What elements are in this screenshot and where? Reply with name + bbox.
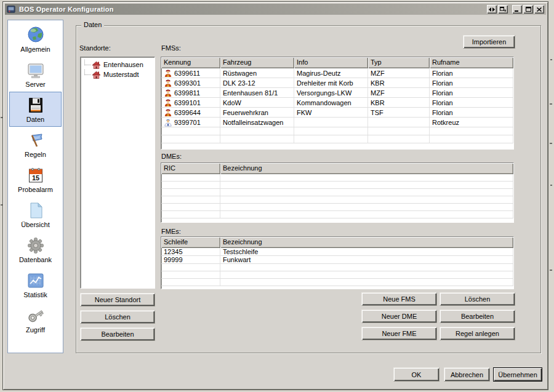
standort-loeschen-button[interactable]: Löschen [80,310,155,324]
background-artifact [550,103,552,105]
cell-text: MZF [371,70,385,77]
cell-text: Kommandowagen [297,99,351,106]
cell-text: Funkwart [223,256,251,263]
table-row[interactable]: 6399611RüstwagenMagirus-DeutzMZFFlorian [161,68,513,78]
table-row-empty [161,196,513,204]
svg-text:15: 15 [31,174,39,182]
sidebar-item-statistik[interactable]: Statistik [9,267,62,302]
regel-anlegen-button[interactable]: Regel anlegen [440,327,515,340]
standorte-tree[interactable]: EntenhausenMusterstadt [80,57,155,289]
sidebar-item-zugriff[interactable]: Zugriff [9,302,62,337]
fme-label: FMEs: [161,228,181,235]
table-cell: 6399644 [161,108,220,117]
floppy-icon [26,95,46,115]
column-header-info[interactable]: Info [294,57,368,68]
column-header-ric[interactable]: RIC [161,163,220,174]
table-cell: TSF [368,108,430,117]
standort-bearbeiten-button[interactable]: Bearbeiten [80,327,155,341]
cell-text: Versorgungs-LKW [297,89,351,97]
tree-connector [84,70,90,75]
sidebar-item-server[interactable]: Server [9,57,62,92]
column-header-kennung[interactable]: Kennung [161,57,220,68]
table-row[interactable]: 12345Testschleife [161,248,513,256]
fme-table[interactable]: SchleifeBezeichnung12345Testschleife9999… [161,236,514,289]
cell-text: Magirus-Deutz [297,70,341,77]
neuer-dme-button[interactable]: Neuer DME [361,310,437,323]
table-cell [220,189,513,196]
table-cell: Florian [430,108,513,117]
table-row-empty [161,264,513,271]
abbrechen-button[interactable]: Abbrechen [444,367,490,382]
table-cell [220,271,513,278]
table-cell: 6399811 [161,88,220,97]
table-cell: Florian [430,98,513,107]
table-cell: Florian [430,78,513,87]
table-row[interactable]: 6399811Entenhausen 81/1Versorgungs-LKWMZ… [161,88,513,98]
sidebar-item-label: Server [25,81,45,88]
table-row-empty [161,211,513,218]
ok-button[interactable]: OK [393,367,440,382]
cell-text: Feuerwehrkran [223,109,268,116]
close-icon[interactable] [534,5,544,14]
minimize-button[interactable] [512,5,522,14]
sidebar-item-daten[interactable]: Daten [9,92,62,127]
table-cell: Rüstwagen [220,68,294,78]
table-cell: FKW [294,108,368,117]
eintrag-loeschen-button[interactable]: Löschen [440,292,515,306]
neue-fms-button[interactable]: Neue FMS [361,292,437,306]
send-window-button[interactable] [498,5,508,14]
sidebar-item-datenbank[interactable]: Datenbank [9,232,62,267]
cell-text: KdoW [223,99,241,106]
importieren-button[interactable]: Importieren [463,35,515,49]
table-cell: Feuerwehrkran [220,108,294,117]
background-artifact [550,185,552,186]
table-row[interactable]: 99999Funkwart [161,256,513,264]
fms-label: FMSs: [161,44,181,52]
neuer-fme-button[interactable]: Neuer FME [361,327,437,340]
table-header: RICBezeichnung [161,163,513,174]
key-icon [26,306,46,326]
table-cell: KdoW [220,98,294,107]
firefighter-icon [164,79,172,87]
table-row[interactable]: 6399301DLK 23-12Drehleiter mit KorbKBRFl… [161,78,513,88]
neuer-standort-button[interactable]: Neuer Standort [80,293,155,306]
column-header-bezeichnung[interactable]: Bezeichnung [220,163,513,174]
table-row[interactable]: 6399101KdoWKommandowagenKBRFlorian [161,98,513,108]
sidebar-item-probealarm[interactable]: 15Probealarm [9,162,62,197]
table-cell: 6399611 [161,68,220,78]
table-cell [161,271,220,278]
eintrag-bearbeiten-button[interactable]: Bearbeiten [440,310,515,323]
column-header-rufname[interactable]: Rufname [430,57,513,68]
column-header-schleife[interactable]: Schleife [161,237,220,248]
table-row[interactable]: 6399644FeuerwehrkranFKWTSFFlorian [161,108,513,118]
table-row[interactable]: 9399701NotfalleinsatzwagenRotkreuz [161,118,513,127]
sidebar-item-übersicht[interactable]: Übersicht [9,197,62,232]
cell-text: Florian [432,99,453,106]
table-cell [161,174,220,181]
table-cell: Drehleiter mit Korb [294,78,368,87]
titlebar[interactable]: BOS Operator Konfiguration [5,4,546,15]
daten-groupbox: Daten Importieren Standorte: Entenhausen… [76,25,541,353]
dme-table[interactable]: RICBezeichnung [161,162,514,223]
tree-item-entenhausen[interactable]: Entenhausen [81,60,155,70]
sidebar-item-allgemein[interactable]: Allgemein [9,22,62,57]
sidebar-item-label: Statistik [23,291,47,298]
table-row-empty [161,271,513,279]
table-cell [161,182,220,188]
house-icon [92,60,101,70]
table-cell [368,135,430,143]
maximize-button[interactable] [523,5,533,14]
uebernehmen-button[interactable]: Übernehmen [493,367,542,382]
column-header-typ[interactable]: Typ [368,57,430,68]
column-header-bezeichnung[interactable]: Bezeichnung [220,237,513,248]
sidebar-nav: AllgemeinServerDatenRegeln15ProbealarmÜb… [7,20,63,353]
background-artifact [550,270,552,271]
tree-item-musterstadt[interactable]: Musterstadt [81,70,155,79]
table-cell: KBR [368,98,430,107]
fms-table[interactable]: KennungFahrzeugInfoTypRufname6399611Rüst… [161,57,514,150]
column-header-fahrzeug[interactable]: Fahrzeug [220,57,294,68]
cell-text: DLK 23-12 [223,79,255,87]
sidebar-item-regeln[interactable]: Regeln [9,127,62,162]
swap-arrows-button[interactable] [487,5,497,14]
table-row-empty [161,182,513,189]
